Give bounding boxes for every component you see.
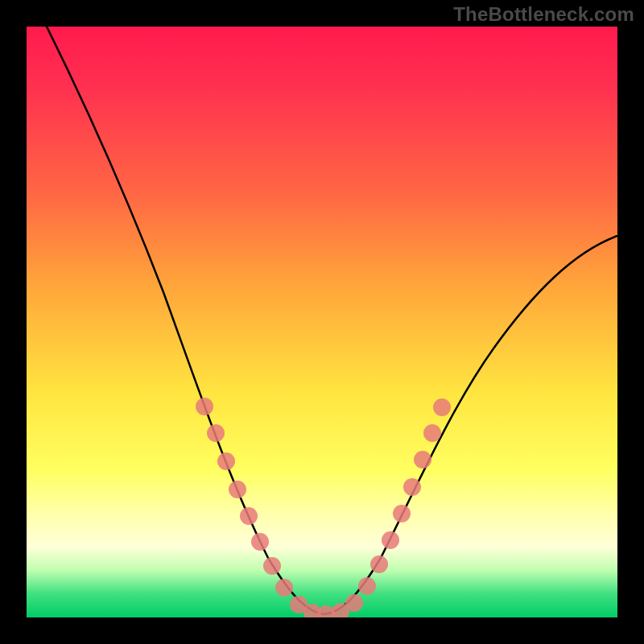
marker xyxy=(433,398,451,416)
marker-group xyxy=(196,398,451,617)
chart-frame: TheBottleneck.com xyxy=(0,0,644,644)
marker xyxy=(370,555,388,573)
marker xyxy=(229,481,246,498)
marker xyxy=(275,579,293,597)
marker xyxy=(251,533,269,551)
marker xyxy=(240,507,258,525)
marker xyxy=(403,478,421,496)
marker xyxy=(423,424,441,442)
marker xyxy=(414,451,431,469)
watermark-text: TheBottleneck.com xyxy=(453,3,634,26)
marker xyxy=(217,452,235,470)
marker xyxy=(382,531,399,549)
marker xyxy=(345,594,363,612)
marker xyxy=(207,424,225,442)
marker xyxy=(358,577,376,595)
marker xyxy=(393,505,411,522)
bottleneck-curve xyxy=(27,27,617,617)
marker xyxy=(196,398,213,415)
marker xyxy=(263,557,281,575)
plot-area xyxy=(27,27,617,617)
curve-path xyxy=(43,27,617,614)
